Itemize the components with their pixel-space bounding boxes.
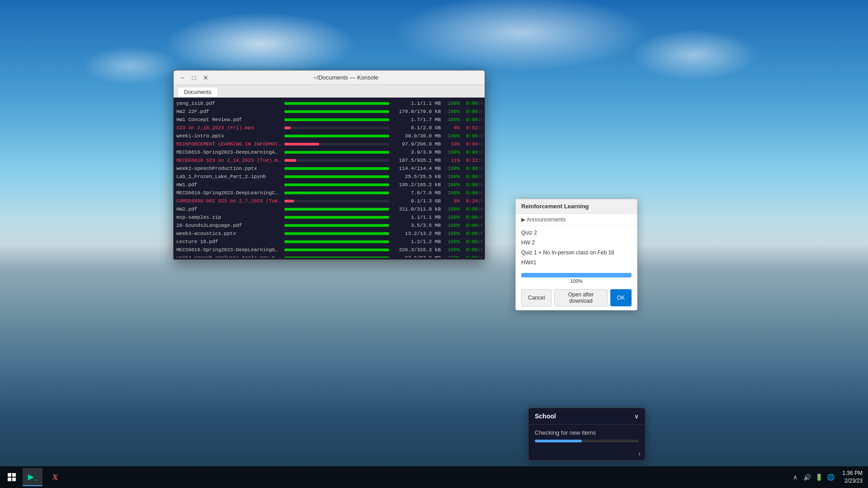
school-header: School ∨ <box>528 408 645 425</box>
file-time: 0:00:00 <box>460 132 482 140</box>
file-progress-bar <box>283 110 391 113</box>
school-chevron-icon[interactable]: ∨ <box>634 413 639 420</box>
announcements-label: ▶ Announcements <box>521 216 566 223</box>
file-size: 3.9/3.9 MB <box>391 148 441 156</box>
minimize-button[interactable]: − <box>177 73 187 83</box>
file-progress-bar <box>283 151 391 154</box>
start-button[interactable] <box>2 468 22 486</box>
file-pct: 100% <box>441 230 460 238</box>
file-time: 0:00:00 <box>460 189 482 197</box>
rl-item[interactable]: HW 2 <box>516 238 637 248</box>
window-tabs: Documents <box>174 85 485 98</box>
school-progress-track <box>535 440 639 442</box>
file-size: 97.9/97.9 MB <box>391 254 441 258</box>
tray-sound-icon[interactable]: 🔊 <box>802 473 811 482</box>
taskbar-terminal-button[interactable]: ▶_ <box>23 468 42 486</box>
rl-buttons: Cancel Open after download OK <box>516 286 637 310</box>
file-progress-bar <box>283 249 391 251</box>
tray-network-icon[interactable]: 🌐 <box>826 473 835 482</box>
file-size: 0.1/2.0 GB <box>391 124 441 132</box>
file-pct: 100% <box>441 205 460 213</box>
file-size: 97.9/296.9 MB <box>391 140 441 148</box>
file-progress-bar <box>283 192 391 194</box>
ok-button[interactable]: OK <box>610 289 632 306</box>
rl-item[interactable]: HW#1 <box>516 258 637 267</box>
file-row: week2-speechProduction.pptx 114.4/114.4 … <box>176 164 482 173</box>
file-pct: 100% <box>441 238 460 246</box>
tray-chevron-icon[interactable]: ∧ <box>791 473 800 482</box>
file-progress-bar <box>283 183 391 186</box>
file-size: 3.5/3.5 MB <box>391 221 441 230</box>
file-size: 1.1/1.1 MB <box>391 213 441 221</box>
terminal-scroll[interactable]: yang_is18.pdf 1.1/1.1 MB 100% 0:00:00 HW… <box>176 99 482 258</box>
file-pct: 100% <box>441 246 460 254</box>
file-pct: 100% <box>441 132 460 140</box>
terminal-icon: ▶_ <box>28 473 38 481</box>
file-row: 28-Sounds2Language.pdf 3.5/3.5 MB 100% 0… <box>176 221 482 230</box>
cancel-button[interactable]: Cancel <box>521 289 552 306</box>
file-size: 326.3/326.3 kB <box>391 246 441 254</box>
file-size: 1.2/1.2 MB <box>391 238 441 246</box>
tab-documents[interactable]: Documents <box>177 87 218 97</box>
file-progress-bar <box>283 232 391 235</box>
rl-item[interactable]: Quiz 1 + No In-person class on Feb 16 <box>516 248 637 258</box>
file-time: 0:52:49 <box>460 124 482 132</box>
file-time: 0:00:00 <box>460 164 482 173</box>
file-pct: 100% <box>441 108 460 116</box>
rl-progress-label: 100% <box>521 278 632 284</box>
clock-time: 1:36 PM <box>842 469 863 477</box>
file-size: 30.0/30.0 MB <box>391 132 441 140</box>
rl-item[interactable]: Quiz 2 <box>516 228 637 238</box>
file-size: 311.0/311.0 kB <box>391 205 441 213</box>
rl-items-list: Quiz 2HW 2Quiz 1 + No In-person class on… <box>516 226 637 269</box>
file-size: 0.1/1.3 GB <box>391 197 441 205</box>
file-time: 0:04:28 <box>460 140 482 148</box>
file-pct: 100% <box>441 213 460 221</box>
school-checking-text: Checking for new items <box>535 429 639 436</box>
file-time: 0:00:00 <box>460 254 482 258</box>
file-pct: 100% <box>441 116 460 124</box>
file-row: HW1.pdf 195.2/195.2 kB 100% 0:00:00 <box>176 181 482 189</box>
file-time: 0:00:00 <box>460 238 482 246</box>
file-pct: 100% <box>441 164 460 173</box>
file-row: Lecture 10.pdf 1.2/1.2 MB 100% 0:00:00 <box>176 238 482 246</box>
school-arrow-icon[interactable]: › <box>638 450 641 458</box>
file-pct: 100% <box>441 148 460 156</box>
file-progress-bar <box>283 175 391 178</box>
file-progress-bar <box>283 208 391 211</box>
file-pct: 100% <box>441 254 460 258</box>
file-size: 107.5/935.1 MB <box>391 156 441 164</box>
file-name: MECS6616-Spring2023-DeepLearningO… <box>176 246 283 254</box>
tray-battery-icon[interactable]: 🔋 <box>814 473 823 482</box>
taskbar-clock[interactable]: 1:36 PM 2/23/23 <box>839 469 866 485</box>
file-time: 0:00:00 <box>460 108 482 116</box>
file-row: HW2.pdf 311.0/311.0 kB 100% 0:00:00 <box>176 205 482 213</box>
file-pct: 100% <box>441 173 460 181</box>
window-titlebar: − □ ✕ ~/Documents — Konsole <box>174 70 485 85</box>
file-row: COMSE6998-002 S23 on 2_7_2023 (Tue).mp4 … <box>176 197 482 205</box>
file-size: 13.2/13.2 MB <box>391 230 441 238</box>
file-pct: 100% <box>441 189 460 197</box>
rl-announcements[interactable]: ▶ Announcements <box>516 214 637 226</box>
open-after-download-button[interactable]: Open after download <box>554 289 607 306</box>
taskbar-x-button[interactable]: 𝕏 <box>44 468 64 486</box>
file-progress-bar <box>283 127 391 129</box>
maximize-button[interactable]: □ <box>189 73 199 83</box>
file-row: HW1 Concept Review.pdf 1.7/1.7 MB 100% 0… <box>176 116 482 124</box>
file-size: 1.7/1.7 MB <box>391 116 441 124</box>
file-progress-bar <box>283 257 391 258</box>
file-progress-bar <box>283 224 391 227</box>
file-size: 7.6/7.6 MB <box>391 189 441 197</box>
desktop: − □ ✕ ~/Documents — Konsole Documents ya… <box>0 0 868 488</box>
file-size: 25.5/25.5 kB <box>391 173 441 181</box>
file-name: HW1 Concept Review.pdf <box>176 116 283 124</box>
file-progress-bar <box>283 167 391 170</box>
file-progress-bar <box>283 135 391 137</box>
file-progress-bar <box>283 200 391 202</box>
file-name: Lab_1_Frozen_Lake_Part_2.ipynb <box>176 173 283 181</box>
file-pct: 100% <box>441 181 460 189</box>
close-button[interactable]: ✕ <box>201 73 211 83</box>
file-name: week1-intro.pptx <box>176 132 283 140</box>
file-pct: 33% <box>441 140 460 148</box>
file-row: MECEE6616 S23 on 2_14_2023 (Tue).mp4 107… <box>176 156 482 164</box>
